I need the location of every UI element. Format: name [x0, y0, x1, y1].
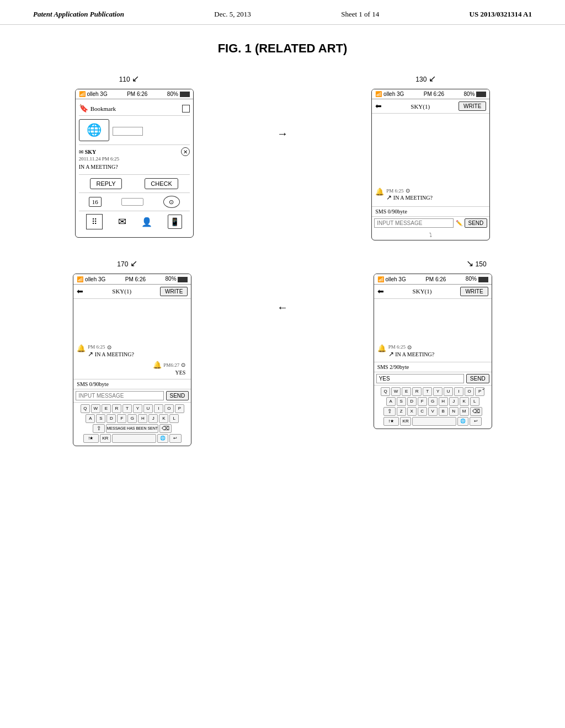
message-input-130[interactable]	[374, 218, 453, 228]
key-k-170[interactable]: K	[159, 414, 168, 423]
key-row-1-170: Q W E R T Y U I O P	[74, 404, 190, 413]
return-key-150[interactable]: ↩	[470, 417, 482, 426]
keyboard-150: Q W E R T Y U I O P↙ A S D	[374, 385, 492, 429]
main-content: FIG. 1 (RELATED ART) 110 ↙ 📶 olleh 3G PM…	[0, 25, 565, 463]
key-b-150[interactable]: B	[439, 407, 448, 416]
key-l-150[interactable]: L	[470, 397, 479, 406]
sms-info-150: SMS 2/90byte	[374, 362, 492, 372]
key-w-150[interactable]: W	[391, 387, 401, 396]
key-y-170[interactable]: Y	[133, 404, 142, 413]
kr-key-150[interactable]: KR	[400, 417, 411, 426]
msg-sender: ✉ SKY ✕	[79, 147, 190, 156]
key-g-150[interactable]: G	[428, 397, 438, 406]
send-button-170[interactable]: SEND	[166, 391, 189, 400]
bookmark-icon: 🔖	[79, 104, 88, 113]
key-d-170[interactable]: D	[106, 414, 116, 423]
delete-key-170[interactable]: ⌫	[159, 424, 172, 433]
shift-key-170[interactable]: ⇧	[93, 424, 105, 433]
send-button-130[interactable]: SEND	[465, 218, 488, 228]
key-e-170[interactable]: E	[102, 404, 111, 413]
key-u-170[interactable]: U	[143, 404, 153, 413]
send-button-150[interactable]: SEND	[466, 374, 489, 383]
bubble-170-left: 🔔 PM 6:25 ⊙ ↗ IN A MEETING?	[77, 344, 188, 358]
globe-key-150[interactable]: 🌐	[457, 417, 468, 426]
space-key-150[interactable]	[412, 417, 456, 426]
key-g-170[interactable]: G	[127, 414, 137, 423]
key-r-170[interactable]: R	[112, 404, 121, 413]
key-j-170[interactable]: J	[148, 414, 158, 423]
special1-key-170[interactable]: !★	[83, 434, 99, 443]
message-area-150	[374, 299, 492, 343]
publication-date: Dec. 5, 2013	[214, 10, 250, 19]
key-s-150[interactable]: S	[397, 397, 406, 406]
key-o-170[interactable]: O	[164, 404, 174, 413]
back-icon-130: ⬅	[375, 101, 382, 111]
key-z-150[interactable]: Z	[397, 407, 406, 416]
key-e-150[interactable]: E	[402, 387, 411, 396]
key-a-170[interactable]: A	[86, 414, 95, 423]
arrow-110-130: →	[277, 72, 288, 140]
bubble-area-130: 🔔 PM 6:25 ⊙ ↗ IN A MEETING?	[372, 185, 489, 206]
return-key-170[interactable]: ↩	[169, 434, 182, 443]
key-a-150[interactable]: A	[386, 397, 396, 406]
key-j-150[interactable]: J	[449, 397, 459, 406]
message-input-170[interactable]	[76, 391, 163, 400]
bubble-170-right: 🔔 PM6:27 ⊙ YES	[77, 361, 188, 376]
key-q-170[interactable]: Q	[81, 404, 90, 413]
shift-key-150[interactable]: ⇧	[383, 407, 396, 416]
checkbox-sq	[182, 105, 190, 113]
key-v-150[interactable]: V	[428, 407, 438, 416]
key-o-150[interactable]: O	[465, 387, 474, 396]
key-h-170[interactable]: H	[138, 414, 147, 423]
write-button-130[interactable]: WRITE	[459, 101, 486, 111]
key-n-150[interactable]: N	[449, 407, 459, 416]
battery-130: 80%	[464, 91, 487, 97]
key-r-150[interactable]: R	[412, 387, 422, 396]
bubble-icon-150: 🔔	[377, 344, 386, 353]
key-y-150[interactable]: Y	[433, 387, 443, 396]
reply-button[interactable]: REPLY	[90, 178, 121, 189]
msg-date: 2011.11.24 PM 6:25	[79, 156, 190, 162]
nav-center-150: SKY(1)	[413, 288, 432, 295]
key-w-170[interactable]: W	[91, 404, 100, 413]
space-key-170[interactable]	[112, 434, 156, 443]
message-input-150[interactable]	[376, 374, 464, 383]
key-d-150[interactable]: D	[407, 397, 417, 406]
key-p-150[interactable]: P↙	[475, 387, 484, 396]
top-phones-row: 110 ↙ 📶 olleh 3G PM 6:26 80% 🔖 Bookma	[33, 72, 532, 240]
key-s-170[interactable]: S	[96, 414, 105, 423]
message-area-130	[372, 114, 489, 185]
bubble-icon-130: 🔔	[375, 188, 384, 196]
kr-key-170[interactable]: KR	[100, 434, 111, 443]
key-u-150[interactable]: U	[444, 387, 453, 396]
check-button[interactable]: CHECK	[145, 178, 178, 189]
back-icon-150: ⬅	[377, 287, 384, 296]
key-t-150[interactable]: T	[423, 387, 432, 396]
message-sent-key-170: MESSAGE HAS BEEN SENT	[106, 424, 158, 433]
special1-key-150[interactable]: !★	[383, 417, 399, 426]
key-t-170[interactable]: T	[122, 404, 132, 413]
sheet-info: Sheet 1 of 14	[341, 10, 379, 19]
globe-key-170[interactable]: 🌐	[157, 434, 168, 443]
envelope-icon: ✉	[79, 149, 83, 155]
key-f-170[interactable]: F	[117, 414, 126, 423]
phone-150-container: ↘ 150 📶 olleh 3G PM 6:26 80% ⬅ SKY(1) WR…	[374, 274, 492, 429]
key-h-150[interactable]: H	[439, 397, 448, 406]
key-p-170[interactable]: P	[175, 404, 184, 413]
key-f-150[interactable]: F	[418, 397, 427, 406]
key-k-150[interactable]: K	[460, 397, 469, 406]
write-button-150[interactable]: WRITE	[460, 287, 488, 296]
write-button-170[interactable]: WRITE	[160, 287, 188, 296]
key-i-170[interactable]: I	[154, 404, 163, 413]
key-i-150[interactable]: I	[454, 387, 463, 396]
key-x-150[interactable]: X	[407, 407, 417, 416]
status-bar-130: 📶 olleh 3G PM 6:26 80%	[372, 89, 489, 99]
key-m-150[interactable]: M	[460, 407, 469, 416]
key-q-150[interactable]: Q	[381, 387, 390, 396]
delete-key-150[interactable]: ⌫	[470, 407, 482, 416]
signal-110: 📶 olleh 3G	[79, 91, 108, 97]
wavy-icon	[121, 198, 143, 206]
bubble-130: 🔔 PM 6:25 ⊙ ↗ IN A MEETING?	[375, 188, 486, 202]
key-c-150[interactable]: C	[418, 407, 427, 416]
key-l-170[interactable]: L	[169, 414, 179, 423]
